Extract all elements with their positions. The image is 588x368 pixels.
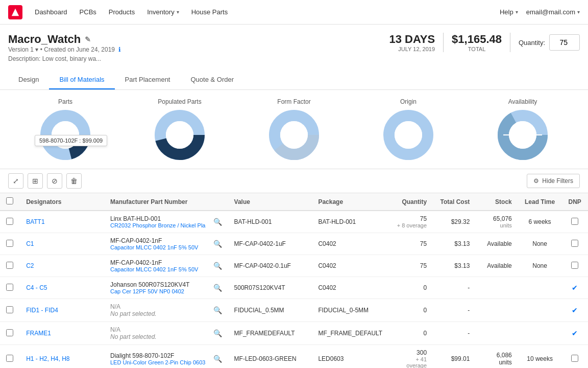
row-checkbox[interactable]	[6, 262, 13, 269]
dnp-checkmark: ✔	[572, 306, 578, 314]
designator-link[interactable]: BATT1	[26, 218, 44, 225]
row-checkbox-cell	[0, 211, 20, 233]
chart-availability-title: Availability	[508, 98, 537, 105]
mpn-search-btn[interactable]: 🔍	[213, 329, 222, 337]
mpn-cell: MF-CAP-0402-1nFCapacitor MLCC 0402 1nF 5…	[110, 259, 222, 272]
project-title-block: Macro_Watch ✎ Version 1 ▾ • Created on J…	[8, 33, 121, 68]
tab-part-placement[interactable]: Part Placement	[115, 71, 181, 89]
row-checkbox[interactable]	[6, 240, 13, 247]
designator-link[interactable]: C1	[26, 240, 34, 247]
origin-donut	[383, 109, 434, 160]
header-right: 13 DAYS JULY 12, 2019 $1,165.48 TOTAL Qu…	[389, 33, 580, 52]
nav-house-parts[interactable]: House Parts	[191, 8, 228, 16]
arrange-btn[interactable]: ⊞	[28, 173, 43, 189]
row-checkbox-cell	[0, 233, 20, 255]
nav-inventory[interactable]: Inventory ▾	[147, 8, 179, 16]
row-value: BAT-HLD-001	[228, 211, 312, 233]
app-logo[interactable]	[8, 5, 22, 19]
table-row: FRAME1 N/ANo part selected. 🔍 MF_FRAMEDE…	[0, 322, 588, 345]
designator-link[interactable]: FID1 - FID4	[26, 307, 58, 314]
help-menu[interactable]: Help ▾	[500, 8, 518, 16]
row-stock: 65,076 units	[476, 211, 518, 233]
row-mpn: Johanson 500R07S120KV4TCap Cer 12PF 50V …	[104, 277, 228, 299]
header-top: Macro_Watch ✎ Version 1 ▾ • Created on J…	[8, 33, 580, 68]
edit-icon[interactable]: ✎	[85, 35, 91, 43]
row-dnp	[561, 211, 588, 233]
row-quantity: 0	[391, 299, 433, 322]
dnp-checkbox[interactable]	[571, 355, 578, 362]
chart-availability: Availability	[497, 98, 548, 160]
chart-origin: Origin	[383, 98, 434, 160]
dnp-checkbox[interactable]	[571, 240, 578, 247]
row-mpn: N/ANo part selected. 🔍	[104, 322, 228, 345]
row-package: C0402	[312, 277, 390, 299]
mpn-search-btn[interactable]: 🔍	[213, 284, 222, 292]
mpn-cell: N/ANo part selected. 🔍	[110, 303, 222, 317]
days-block: 13 DAYS JULY 12, 2019	[389, 33, 444, 52]
info-icon[interactable]: ℹ	[118, 46, 121, 53]
mpn-cell: N/ANo part selected. 🔍	[110, 326, 222, 340]
row-checkbox-cell	[0, 345, 20, 369]
row-lead-time: None	[518, 233, 562, 255]
version-label[interactable]: Version 1	[8, 46, 34, 53]
row-checkbox[interactable]	[6, 284, 13, 291]
svg-point-6	[166, 121, 193, 149]
row-checkbox[interactable]	[6, 329, 13, 336]
mpn-search-btn[interactable]: 🔍	[213, 218, 222, 226]
nav-dashboard[interactable]: Dashboard	[35, 8, 67, 16]
chart-form-factor: Form Factor	[268, 98, 320, 160]
row-value: 500R07S120KV4T	[228, 277, 312, 299]
col-header-stock: Stock	[476, 193, 518, 211]
nav-pcbs[interactable]: PCBs	[80, 8, 96, 16]
row-package: C0402	[312, 255, 390, 277]
row-checkbox[interactable]	[6, 306, 13, 313]
tab-bom[interactable]: Bill of Materials	[49, 71, 114, 89]
row-checkbox[interactable]	[6, 218, 13, 225]
col-header-lead-time: Lead Time	[518, 193, 562, 211]
no-btn[interactable]: ⊘	[47, 173, 62, 189]
svg-point-9	[280, 121, 308, 149]
mpn-search-btn[interactable]: 🔍	[213, 262, 222, 270]
project-meta: Version 1 ▾ • Created on June 24, 2019 ℹ	[8, 46, 121, 53]
row-total-cost: -	[433, 299, 476, 322]
user-chevron-icon: ▾	[577, 9, 580, 15]
dnp-checkbox[interactable]	[571, 262, 578, 269]
designator-link[interactable]: C2	[26, 262, 34, 269]
row-total-cost: -	[433, 277, 476, 299]
form-factor-donut	[268, 109, 320, 160]
mpn-search-btn[interactable]: 🔍	[213, 240, 222, 248]
user-menu[interactable]: email@mail.com ▾	[526, 8, 580, 16]
row-dnp: ✔	[561, 322, 588, 345]
tab-quote-order[interactable]: Quote & Order	[180, 71, 244, 89]
delete-btn[interactable]: 🗑	[66, 173, 82, 189]
days-number: 13 DAYS	[389, 33, 435, 46]
dnp-checkbox[interactable]	[571, 218, 578, 225]
row-quantity: 75	[391, 233, 433, 255]
row-total-cost: $3.13	[433, 255, 476, 277]
tab-design[interactable]: Design	[8, 71, 49, 89]
charts-section: Parts 598-8070-102F : $99.009 Populated …	[0, 90, 588, 169]
row-checkbox[interactable]	[6, 355, 13, 362]
svg-point-11	[395, 121, 422, 149]
row-designator: C1	[20, 233, 104, 255]
designator-link[interactable]: FRAME1	[26, 330, 51, 337]
table-header-row: Designators Manufacturer Part Number Val…	[0, 193, 588, 211]
mpn-search-btn[interactable]: 🔍	[213, 355, 222, 363]
row-stock: Available	[476, 255, 518, 277]
row-stock	[476, 299, 518, 322]
designator-link[interactable]: C4 - C5	[26, 284, 47, 291]
quantity-input[interactable]	[549, 34, 580, 51]
chart-origin-title: Origin	[400, 98, 416, 105]
hide-filters-btn[interactable]: ⚙ Hide Filters	[527, 174, 580, 188]
select-all-checkbox[interactable]	[6, 197, 13, 204]
row-quantity: 75	[391, 255, 433, 277]
row-total-cost: $3.13	[433, 233, 476, 255]
nav-products[interactable]: Products	[109, 8, 135, 16]
row-value: MF-CAP-0402-0.1uF	[228, 255, 312, 277]
expand-btn[interactable]: ⤢	[8, 173, 23, 189]
project-description: Description: Low cost, binary wa...	[8, 55, 121, 62]
row-mpn: Linx BAT-HLD-001CR2032 Phosphor Bronze /…	[104, 211, 228, 233]
designator-link[interactable]: H1 - H2, H4, H8	[26, 355, 69, 362]
row-mpn: Dialight 598-8070-102FLED Uni-Color Gree…	[104, 345, 228, 369]
mpn-search-btn[interactable]: 🔍	[213, 306, 222, 314]
